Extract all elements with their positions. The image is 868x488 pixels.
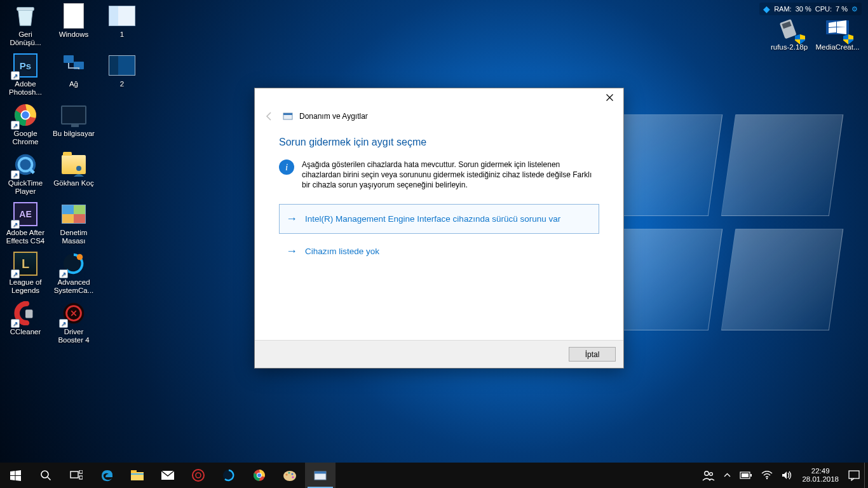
tray-overflow-button[interactable] <box>719 463 735 488</box>
taskbar-troubleshooter[interactable] <box>305 463 336 488</box>
google-chrome-icon[interactable]: ↗ Google Chrome <box>1 100 50 150</box>
svg-rect-23 <box>131 472 144 480</box>
icon-label: Bu bilgisayar <box>53 130 95 138</box>
troubleshooter-icon <box>283 111 293 121</box>
icon-label: rufus-2.18p <box>771 43 808 51</box>
media-creation-tool-icon[interactable]: MediaCreat... <box>813 14 862 64</box>
taskbar-chrome[interactable] <box>244 463 275 488</box>
svg-rect-46 <box>849 471 859 478</box>
show-desktop-button[interactable] <box>864 463 868 488</box>
svg-point-40 <box>705 471 709 475</box>
info-text: Aşağıda gösterilen cihazlarda hata mevcu… <box>302 159 599 190</box>
task-view-button[interactable] <box>61 463 92 488</box>
cpu-label: CPU: <box>815 5 832 13</box>
svg-rect-22 <box>79 476 83 479</box>
clock-time: 22:49 <box>802 467 839 475</box>
tray-battery-icon[interactable] <box>735 463 757 488</box>
back-button <box>262 109 276 123</box>
svg-rect-43 <box>742 473 749 477</box>
taskbar-mail[interactable] <box>153 463 183 488</box>
svg-rect-20 <box>71 471 78 478</box>
option-label: Cihazım listede yok <box>305 247 379 256</box>
quicktime-player-icon[interactable]: ↗ QuickTime Player <box>1 150 50 200</box>
svg-point-27 <box>193 470 204 481</box>
wizard-title: Donanım ve Aygıtlar <box>299 112 368 121</box>
dialog-footer: İptal <box>255 340 623 368</box>
svg-rect-6 <box>25 309 32 318</box>
svg-point-35 <box>288 471 290 473</box>
advanced-systemcare-icon[interactable]: ↗ Advanced SystemCa... <box>50 249 98 299</box>
svg-point-32 <box>257 473 261 477</box>
desktop-icons-right: rufus-2.18p MediaCreat... <box>765 14 867 64</box>
taskbar-file-explorer[interactable] <box>122 463 153 488</box>
ccleaner-icon[interactable]: ↗ CCleaner <box>1 299 50 348</box>
svg-point-36 <box>291 473 293 475</box>
svg-rect-24 <box>131 470 137 473</box>
tray-clock[interactable]: 22:49 28.01.2018 <box>797 467 844 484</box>
taskbar-driver-booster[interactable] <box>183 463 214 488</box>
svg-point-11 <box>77 254 83 261</box>
icon-label: Adobe After Effects CS4 <box>3 229 48 245</box>
icon-label: Gökhan Koç <box>53 179 93 187</box>
user-folder-icon[interactable]: Gökhan Koç <box>50 150 98 200</box>
icon-label: Google Chrome <box>3 130 48 146</box>
desktop: ◆ RAM: 30 % CPU: 7 % ⚙ Geri Dönüşü... Ps… <box>0 0 868 488</box>
taskbar: 22:49 28.01.2018 <box>0 463 868 488</box>
dialog-body: Sorun gidermek için aygıt seçme i Aşağıd… <box>255 125 623 340</box>
svg-point-45 <box>766 478 768 479</box>
svg-rect-39 <box>315 471 326 474</box>
cpu-value: 7 % <box>836 5 848 13</box>
driver-booster-icon[interactable]: ↗ Driver Booster 4 <box>50 299 98 348</box>
people-button[interactable] <box>698 463 719 488</box>
svg-rect-44 <box>750 474 752 477</box>
icon-label: Adobe Photosh... <box>3 80 48 97</box>
system-monitor-overlay[interactable]: ◆ RAM: 30 % CPU: 7 % ⚙ <box>759 3 862 15</box>
network-icon[interactable]: Ağ <box>50 51 98 100</box>
start-button[interactable] <box>0 463 31 488</box>
search-button[interactable] <box>31 463 61 488</box>
svg-point-19 <box>41 471 48 478</box>
tray-wifi-icon[interactable] <box>757 463 777 488</box>
icon-label: 2 <box>120 80 124 88</box>
icon-label: Driver Booster 4 <box>51 328 97 344</box>
monitor-icon: ◆ <box>763 4 770 14</box>
adobe-after-effects-icon[interactable]: AE↗ Adobe After Effects CS4 <box>1 200 50 249</box>
option-label: Intel(R) Management Engine Interface cih… <box>305 214 560 224</box>
taskbar-edge[interactable] <box>92 463 122 488</box>
option-device-not-listed[interactable]: → Cihazım listede yok <box>279 236 599 266</box>
svg-point-9 <box>76 166 81 171</box>
windows-folder-icon[interactable]: Windows <box>50 1 98 51</box>
svg-point-3 <box>22 111 29 118</box>
screenshot-2-icon[interactable]: 2 <box>98 51 146 100</box>
icon-label: Ağ <box>69 80 78 88</box>
rufus-icon[interactable]: rufus-2.18p <box>765 14 813 64</box>
adobe-photoshop-icon[interactable]: Ps↗ Adobe Photosh... <box>1 51 50 100</box>
icon-label: Advanced SystemCa... <box>51 278 97 295</box>
dialog-heading: Sorun gidermek için aygıt seçme <box>279 137 599 148</box>
close-button[interactable] <box>595 88 623 106</box>
dialog-titlebar[interactable] <box>255 88 623 107</box>
monitor-settings-icon[interactable]: ⚙ <box>851 5 858 13</box>
icon-label: MediaCreat... <box>815 43 859 51</box>
tray-volume-icon[interactable] <box>777 463 797 488</box>
icon-label: QuickTime Player <box>3 179 48 196</box>
icon-label: 1 <box>120 30 124 39</box>
svg-rect-7 <box>64 55 74 63</box>
option-intel-mei[interactable]: → Intel(R) Management Engine Interface c… <box>279 204 599 234</box>
svg-point-41 <box>710 473 713 476</box>
cancel-button[interactable]: İptal <box>569 347 616 362</box>
control-panel-icon[interactable]: Denetim Masası <box>50 200 98 249</box>
recycle-bin-icon[interactable]: Geri Dönüşü... <box>1 1 50 51</box>
this-pc-icon[interactable]: Bu bilgisayar <box>50 100 98 150</box>
taskbar-paint[interactable] <box>275 463 305 488</box>
screenshot-1-icon[interactable]: 1 <box>98 1 146 51</box>
taskbar-advanced-systemcare[interactable] <box>214 463 244 488</box>
ram-label: RAM: <box>774 5 792 13</box>
action-center-button[interactable] <box>844 463 864 488</box>
svg-rect-18 <box>283 113 292 115</box>
icon-label: League of Legends <box>3 278 48 295</box>
clock-date: 28.01.2018 <box>802 475 839 484</box>
arrow-icon: → <box>286 212 297 226</box>
arrow-icon: → <box>286 245 297 258</box>
league-of-legends-icon[interactable]: L↗ League of Legends <box>1 249 50 299</box>
